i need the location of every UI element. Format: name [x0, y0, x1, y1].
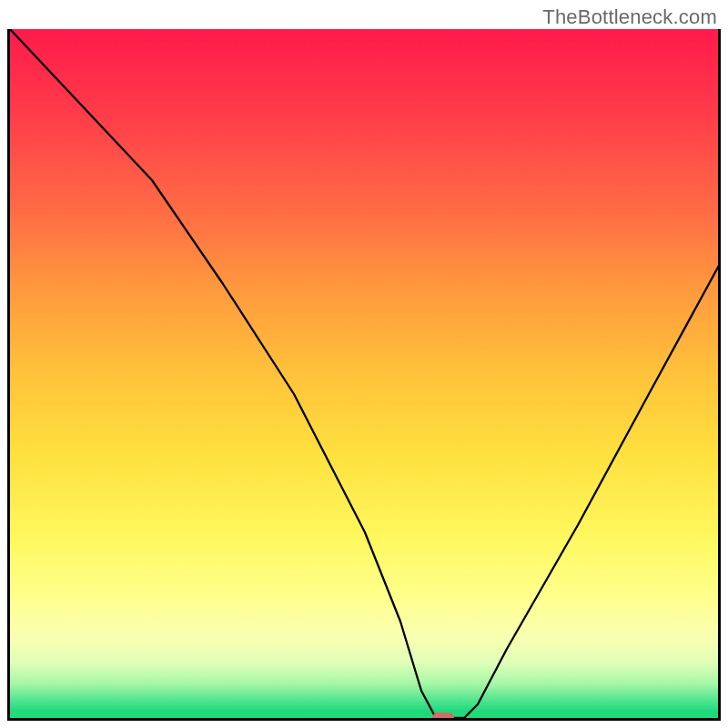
bottleneck-curve-line [10, 29, 718, 718]
optimal-point-marker [432, 713, 454, 721]
watermark-text: TheBottleneck.com [542, 5, 717, 29]
chart-plot-area [7, 29, 721, 721]
curve-path [10, 29, 718, 718]
